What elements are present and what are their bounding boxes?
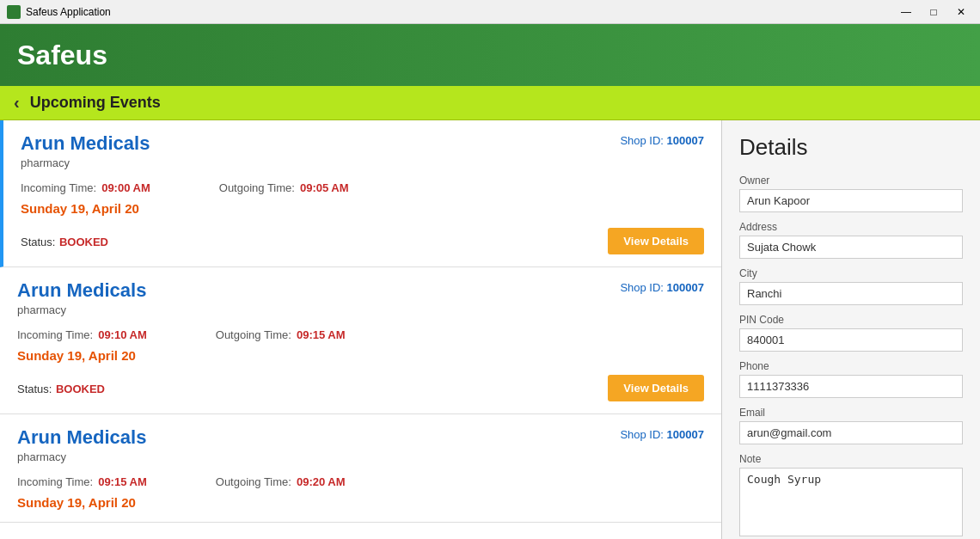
outgoing-time-3: Outgoing Time: 09:20 AM bbox=[216, 475, 346, 488]
event-card-1: Arun Medicals pharmacy Shop ID: 100007 I… bbox=[0, 120, 721, 267]
email-field-group: Email bbox=[739, 407, 963, 444]
app-icon bbox=[7, 5, 21, 19]
right-panel: Details Owner Address City PIN Code Phon… bbox=[722, 120, 980, 539]
title-bar: Safeus Application — □ ✕ bbox=[0, 0, 980, 24]
shop-id-3: Shop ID: 100007 bbox=[620, 426, 704, 442]
event-header-3: Arun Medicals pharmacy Shop ID: 100007 bbox=[17, 426, 704, 463]
date-1: Sunday 19, April 20 bbox=[21, 201, 704, 216]
shop-name-1: Arun Medicals pharmacy bbox=[21, 132, 150, 169]
title-bar-text: Safeus Application bbox=[26, 6, 111, 18]
event-card-3: Arun Medicals pharmacy Shop ID: 100007 I… bbox=[0, 414, 721, 523]
city-field-group: City bbox=[739, 267, 963, 305]
status-1: Status: BOOKED bbox=[21, 234, 108, 249]
pincode-field-group: PIN Code bbox=[739, 314, 963, 352]
note-label: Note bbox=[739, 453, 963, 465]
times-row-2: Incoming Time: 09:10 AM Outgoing Time: 0… bbox=[17, 328, 704, 341]
pincode-label: PIN Code bbox=[739, 314, 963, 326]
times-row-1: Incoming Time: 09:00 AM Outgoing Time: 0… bbox=[21, 181, 704, 194]
view-details-button-1[interactable]: View Details bbox=[608, 228, 704, 254]
title-bar-controls: — □ ✕ bbox=[894, 3, 973, 21]
note-field-group: Note bbox=[739, 453, 963, 536]
incoming-time-2: Incoming Time: 09:10 AM bbox=[17, 328, 147, 341]
pincode-input[interactable] bbox=[739, 328, 963, 352]
status-row-2: Status: BOOKED View Details bbox=[17, 375, 704, 401]
phone-input[interactable] bbox=[739, 375, 963, 398]
event-card-2: Arun Medicals pharmacy Shop ID: 100007 I… bbox=[0, 267, 721, 414]
date-2: Sunday 19, April 20 bbox=[17, 348, 704, 363]
sub-header-title: Upcoming Events bbox=[30, 94, 161, 112]
status-row-1: Status: BOOKED View Details bbox=[21, 228, 704, 254]
city-input[interactable] bbox=[739, 282, 963, 305]
shop-name-2: Arun Medicals pharmacy bbox=[17, 279, 146, 316]
outgoing-time-1: Outgoing Time: 09:05 AM bbox=[219, 181, 349, 194]
address-field-group: Address bbox=[739, 221, 963, 259]
date-3: Sunday 19, April 20 bbox=[17, 495, 704, 510]
close-button[interactable]: ✕ bbox=[949, 3, 973, 21]
shop-name-3: Arun Medicals pharmacy bbox=[17, 426, 146, 463]
email-input[interactable] bbox=[739, 421, 963, 444]
phone-label: Phone bbox=[739, 360, 963, 372]
owner-input[interactable] bbox=[739, 189, 963, 212]
app-title: Safeus bbox=[17, 40, 107, 71]
status-2: Status: BOOKED bbox=[17, 381, 105, 396]
outgoing-time-2: Outgoing Time: 09:15 AM bbox=[216, 328, 346, 341]
left-panel: Arun Medicals pharmacy Shop ID: 100007 I… bbox=[0, 120, 722, 539]
email-label: Email bbox=[739, 407, 963, 419]
view-details-button-2[interactable]: View Details bbox=[608, 375, 704, 401]
address-label: Address bbox=[739, 221, 963, 233]
sub-header: ‹ Upcoming Events bbox=[0, 86, 980, 120]
event-header-2: Arun Medicals pharmacy Shop ID: 100007 bbox=[17, 279, 704, 316]
back-button[interactable]: ‹ bbox=[14, 93, 20, 113]
app-header: Safeus bbox=[0, 24, 980, 86]
minimize-button[interactable]: — bbox=[894, 3, 918, 21]
times-row-3: Incoming Time: 09:15 AM Outgoing Time: 0… bbox=[17, 475, 704, 488]
address-input[interactable] bbox=[739, 236, 963, 259]
details-title: Details bbox=[739, 134, 963, 161]
city-label: City bbox=[739, 267, 963, 279]
owner-field-group: Owner bbox=[739, 175, 963, 212]
event-header-1: Arun Medicals pharmacy Shop ID: 100007 bbox=[21, 132, 704, 169]
phone-field-group: Phone bbox=[739, 360, 963, 398]
shop-id-1: Shop ID: 100007 bbox=[620, 132, 704, 148]
title-bar-left: Safeus Application bbox=[7, 5, 111, 19]
main-content: Arun Medicals pharmacy Shop ID: 100007 I… bbox=[0, 120, 980, 539]
maximize-button[interactable]: □ bbox=[922, 3, 946, 21]
owner-label: Owner bbox=[739, 175, 963, 187]
note-textarea[interactable] bbox=[739, 468, 963, 536]
incoming-time-3: Incoming Time: 09:15 AM bbox=[17, 475, 147, 488]
incoming-time-1: Incoming Time: 09:00 AM bbox=[21, 181, 150, 194]
shop-id-2: Shop ID: 100007 bbox=[620, 279, 704, 295]
